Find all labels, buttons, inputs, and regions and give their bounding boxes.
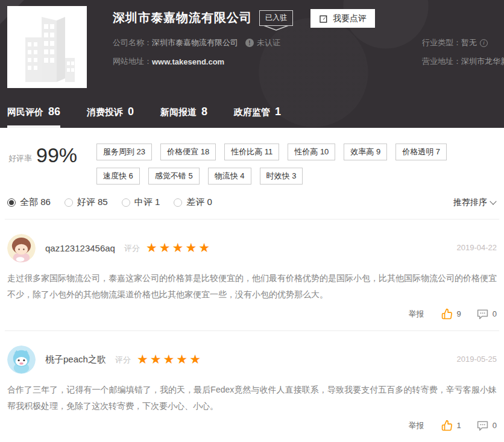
- company-logo: [7, 6, 87, 88]
- tag-button[interactable]: 服务周到 23: [96, 144, 152, 160]
- blue-creature-avatar-icon: [7, 346, 36, 374]
- like-button[interactable]: 1: [441, 420, 461, 431]
- radio-icon: [7, 198, 16, 207]
- company-info-left: 公司名称： 深圳市泰嘉物流有限公司 ! 未认证 网站地址： www.takese…: [113, 37, 280, 75]
- tab-bar: 网民评价 86 消费投诉 0 新闻报道 8 政府监管 1: [7, 106, 307, 128]
- tag-button[interactable]: 性价高 10: [288, 144, 335, 160]
- avatar: [7, 234, 36, 262]
- thumbs-up-icon: [441, 420, 453, 431]
- company-review-page: { "colors": { "header_bg": "#343034", "a…: [0, 0, 504, 442]
- report-link[interactable]: 举报: [409, 420, 424, 431]
- thumbs-up-icon: [441, 308, 453, 320]
- tag-button[interactable]: 速度快 6: [96, 168, 140, 185]
- comment-count: 0: [493, 421, 497, 430]
- review-username: 桃子peach之歌: [45, 354, 106, 365]
- positive-rate-value: 99%: [36, 144, 77, 167]
- website-label: 网站地址：: [113, 56, 152, 67]
- comment-icon: [477, 420, 488, 431]
- edit-icon: [319, 14, 329, 24]
- radio-icon: [122, 198, 130, 207]
- like-count: 9: [457, 309, 461, 318]
- comment-button[interactable]: 0: [477, 308, 497, 320]
- comment-button[interactable]: 0: [477, 420, 497, 431]
- avatar: [7, 346, 36, 374]
- radio-icon: [65, 198, 73, 207]
- positive-rate-label: 好评率: [8, 153, 32, 164]
- review-item: 桃子peach之歌 评分 ★★★★★ 2019-05-25 合作了三年了，记得有…: [0, 331, 504, 431]
- score-label: 评分: [115, 355, 131, 365]
- write-review-button[interactable]: 我要点评: [310, 9, 375, 28]
- review-date: 2019-05-25: [457, 355, 497, 364]
- building-icon: [7, 6, 87, 88]
- review-filter-bar: 全部 86 好评 85 中评 1 差评 0 推荐排序: [0, 185, 504, 208]
- tab-news-reports[interactable]: 新闻报道 8: [160, 106, 207, 128]
- company-name-value: 深圳市泰嘉物流有限公司: [152, 37, 238, 48]
- tag-button[interactable]: 物流快 4: [208, 168, 251, 185]
- review-text: 走过很多家国际物流公司，泰嘉这家公司的价格算是比较便宜的，他们最有价格优势的是国…: [7, 270, 497, 303]
- filter-positive[interactable]: 好评 85: [65, 197, 108, 208]
- filter-negative[interactable]: 差评 0: [174, 197, 212, 208]
- address-value: 深圳市龙华新: [461, 56, 504, 67]
- filter-neutral[interactable]: 中评 1: [122, 197, 160, 208]
- tag-button[interactable]: 价格透明 7: [395, 144, 447, 160]
- website-value[interactable]: www.takesend.com: [152, 57, 224, 66]
- chevron-down-icon: [490, 198, 496, 204]
- page-title: 深圳市泰嘉物流有限公司: [113, 10, 252, 26]
- review-item: qaz123123456aq 评分 ★★★★★ 2019-04-22 走过很多家…: [0, 219, 504, 320]
- girl-avatar-icon: [7, 234, 36, 262]
- like-button[interactable]: 9: [441, 308, 461, 320]
- comment-icon: [477, 308, 488, 320]
- tag-button[interactable]: 性价比高 11: [224, 144, 279, 160]
- star-rating: ★★★★★: [137, 353, 203, 365]
- score-label: 评分: [124, 243, 140, 254]
- review-text: 合作了三年了，记得有一个邮编填错了，我的天，最后Fedex竟然与收件人直接联系，…: [7, 382, 497, 414]
- tag-button[interactable]: 效率高 9: [344, 144, 387, 160]
- review-date: 2019-04-22: [457, 243, 497, 252]
- industry-value: 暂无: [461, 37, 477, 48]
- company-name-label: 公司名称：: [113, 37, 152, 48]
- rating-summary: 好评率 99% 服务周到 23价格便宜 18性价比高 11性价高 10效率高 9…: [0, 128, 504, 185]
- company-info-right: 行业类型： 暂无 i 营业地址： 深圳市龙华新: [422, 37, 504, 75]
- comment-count: 0: [493, 309, 497, 318]
- filter-all[interactable]: 全部 86: [7, 197, 51, 208]
- tag-button[interactable]: 时效快 3: [260, 168, 303, 185]
- tab-consumer-complaints[interactable]: 消费投诉 0: [87, 106, 134, 128]
- star-rating: ★★★★★: [146, 241, 212, 254]
- report-link[interactable]: 举报: [409, 309, 424, 320]
- tag-button[interactable]: 感觉不错 5: [148, 168, 200, 185]
- company-header: 深圳市泰嘉物流有限公司 已入驻 我要点评 公司名称： 深圳市泰嘉物流有限公司 !…: [0, 0, 504, 128]
- review-tags: 服务周到 23价格便宜 18性价比高 11性价高 10效率高 9价格透明 7速度…: [96, 144, 498, 185]
- like-count: 1: [457, 421, 461, 430]
- registered-badge: 已入驻: [259, 10, 293, 26]
- tab-government-regulation[interactable]: 政府监管 1: [234, 106, 281, 128]
- tag-button[interactable]: 价格便宜 18: [160, 144, 216, 160]
- exclamation-icon: !: [245, 39, 254, 47]
- address-label: 营业地址：: [422, 56, 461, 67]
- unverified-status: ! 未认证: [245, 37, 280, 48]
- info-circle-icon: i: [480, 39, 488, 47]
- radio-icon: [174, 198, 182, 207]
- tab-netizen-reviews[interactable]: 网民评价 86: [7, 106, 60, 128]
- sort-dropdown[interactable]: 推荐排序: [453, 197, 496, 208]
- review-username: qaz123123456aq: [45, 243, 115, 253]
- industry-label: 行业类型：: [422, 37, 461, 48]
- badge-ribbon-icon: [263, 25, 289, 31]
